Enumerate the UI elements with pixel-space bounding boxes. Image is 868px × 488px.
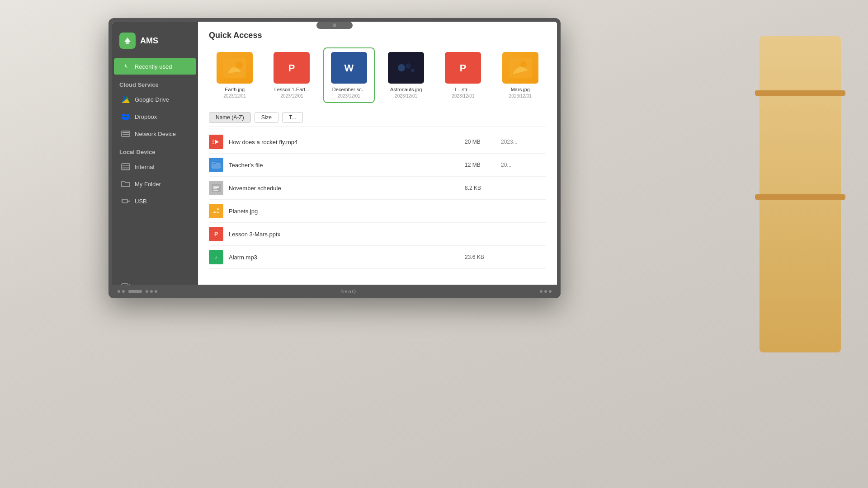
svg-rect-45 [212, 207, 221, 215]
doc-file-size: 8.2 KB [465, 185, 501, 191]
lesson-str-thumb-name: L...str... [455, 86, 471, 93]
svg-rect-11 [123, 134, 129, 135]
sidebar-item-internal[interactable]: Internal [114, 159, 196, 175]
astronauts-thumb-date: 2023/12/01 [395, 94, 417, 99]
file-thumb-mars[interactable]: Mars.jpg 2023/12/01 [495, 47, 546, 103]
google-drive-icon [121, 95, 130, 104]
svg-point-46 [217, 208, 219, 210]
earth-thumb-icon [217, 52, 253, 84]
status-dot-5 [155, 290, 157, 293]
svg-rect-16 [122, 199, 127, 203]
sidebar-header: AMS [112, 29, 198, 58]
december-thumb-name: December sc... [332, 86, 366, 93]
svg-rect-17 [127, 201, 130, 202]
svg-point-22 [236, 61, 243, 69]
status-dot-4 [150, 290, 153, 293]
december-thumb-icon: W [331, 52, 367, 84]
mars-thumb-name: Mars.jpg [511, 86, 530, 93]
sidebar-item-usb[interactable]: USB [114, 193, 196, 209]
app-title: AMS [140, 36, 158, 46]
sidebar-my-folder-label: My Folder [135, 181, 161, 188]
sidebar-item-dropbox[interactable]: Dropbox [114, 108, 196, 125]
planets-file-name: Planets.jpg [229, 208, 465, 215]
lesson1-thumb-name: Lesson 1-Eart... [274, 86, 310, 93]
video-file-date: 2023... [501, 139, 546, 145]
screen-layout: AMS Recently used Cloud Ser [112, 22, 557, 295]
pptx-file-icon: P [209, 227, 223, 241]
file-row-doc[interactable]: November schedule 8.2 KB [209, 177, 546, 200]
sidebar-network-device-label: Network Device [135, 131, 176, 137]
sidebar-internal-label: Internal [135, 164, 154, 170]
webcam-dot [333, 23, 336, 27]
svg-rect-18 [122, 200, 123, 202]
doc-file-icon [209, 181, 223, 195]
dropbox-icon [121, 112, 130, 121]
jpg-file-icon [209, 204, 223, 218]
file-thumb-december[interactable]: W December sc... 2023/12/01 [323, 47, 375, 103]
astronauts-thumb-icon [388, 52, 424, 84]
video-file-name: How does a rocket fly.mp4 [229, 139, 465, 145]
status-dot-6 [540, 290, 542, 293]
sidebar-item-recently-used[interactable]: Recently used [114, 58, 196, 75]
lesson-str-thumb-date: 2023/12/01 [452, 94, 474, 99]
mars-thumb-icon [502, 52, 538, 84]
sort-name-button[interactable]: Name (A-Z) [209, 112, 251, 123]
sidebar-recently-used-label: Recently used [135, 63, 172, 70]
monitor-bottom-left [118, 290, 157, 293]
file-row-planets[interactable]: Planets.jpg [209, 200, 546, 223]
file-thumb-lesson-str[interactable]: P L...str... 2023/12/01 [437, 47, 489, 103]
mp3-file-icon: ♪ [209, 250, 223, 264]
sidebar-item-my-folder[interactable]: My Folder [114, 176, 196, 192]
file-thumb-earth[interactable]: Earth.jpg 2023/12/01 [209, 47, 260, 103]
doc-file-name: November schedule [229, 185, 465, 192]
file-row-folder[interactable]: Teacher's file 12 MB 20... [209, 154, 546, 177]
network-device-icon [121, 129, 130, 138]
file-thumb-lesson1[interactable]: P Lesson 1-Eart... 2023/12/01 [266, 47, 317, 103]
file-row-lesson3[interactable]: P Lesson 3-Mars.pptx [209, 223, 546, 246]
file-thumb-astronauts[interactable]: Astronauts.jpg 2023/12/01 [380, 47, 432, 103]
cloud-service-section-label: Cloud Service [112, 75, 198, 91]
svg-point-30 [411, 69, 415, 72]
status-dot-8 [549, 290, 552, 293]
alarm-file-name: Alarm.mp3 [229, 254, 465, 261]
sidebar-item-google-drive[interactable]: Google Drive [114, 91, 196, 108]
mars-thumb-date: 2023/12/01 [509, 94, 532, 99]
file-row-video[interactable]: How does a rocket fly.mp4 20 MB 2023... [209, 131, 546, 154]
sidebar-item-network-device[interactable]: Network Device [114, 126, 196, 142]
svg-rect-10 [123, 132, 129, 133]
svg-text:P: P [288, 62, 295, 74]
svg-rect-39 [212, 143, 214, 144]
december-thumb-date: 2023/12/01 [338, 94, 360, 99]
file-row-alarm[interactable]: ♪ Alarm.mp3 23.6 KB [209, 246, 546, 269]
svg-rect-40 [212, 184, 221, 192]
monitor-bottom-right [540, 290, 552, 293]
brand-label: BenQ [340, 289, 357, 294]
folder-file-name: Teacher's file [229, 162, 465, 169]
status-dot-7 [544, 290, 547, 293]
monitor-bottom-bar: BenQ [108, 285, 561, 298]
sidebar-dropbox-label: Dropbox [135, 113, 157, 120]
quick-access-title: Quick Access [209, 31, 546, 40]
folder-icon [121, 179, 130, 188]
status-dot-2 [122, 290, 125, 293]
video-file-size: 20 MB [465, 139, 501, 145]
monitor-screen: AMS Recently used Cloud Ser [112, 22, 557, 295]
sidebar: AMS Recently used Cloud Ser [112, 22, 198, 295]
alarm-file-size: 23.6 KB [465, 254, 501, 260]
main-content: Quick Access Earth.jpg 2023 [198, 22, 557, 295]
svg-text:♪: ♪ [215, 255, 217, 260]
sort-type-button[interactable]: T... [282, 112, 303, 123]
clock-icon [121, 62, 130, 71]
usb-icon [121, 197, 130, 206]
svg-point-28 [398, 64, 405, 71]
folder-file-icon [209, 158, 223, 172]
svg-text:W: W [344, 62, 354, 74]
sort-size-button[interactable]: Size [255, 112, 278, 123]
astronauts-thumb-name: Astronauts.jpg [390, 86, 422, 93]
status-dot-3 [146, 290, 148, 293]
svg-rect-0 [126, 42, 129, 44]
monitor-frame: AMS Recently used Cloud Ser [108, 18, 561, 298]
lesson3-file-name: Lesson 3-Mars.pptx [229, 231, 465, 238]
local-device-section-label: Local Device [112, 142, 198, 158]
lesson-str-thumb-icon: P [445, 52, 481, 84]
